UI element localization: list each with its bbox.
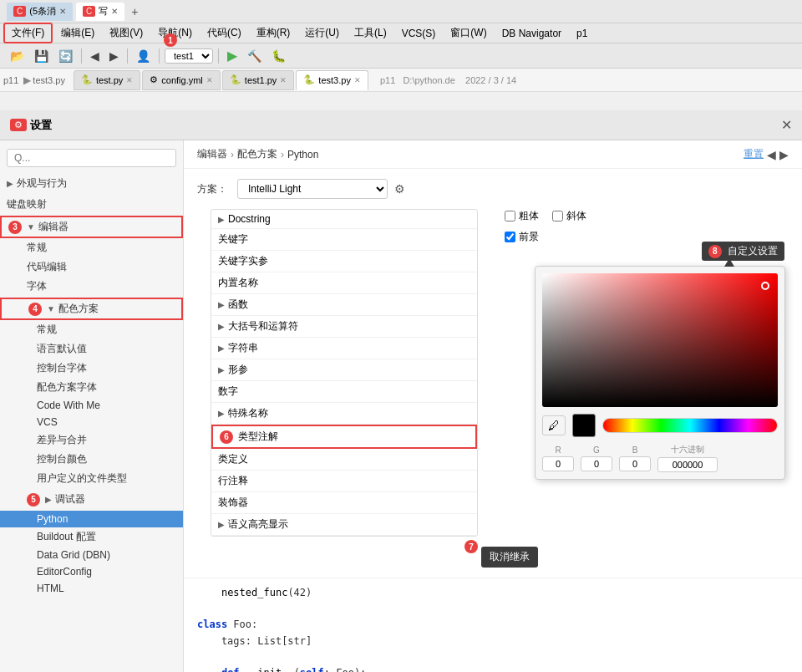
menu-vcs[interactable]: VCS(S) xyxy=(395,26,443,41)
tab-label-test1py: test1.py xyxy=(245,75,277,85)
toolbar-sep-2 xyxy=(127,48,128,64)
menu-edit[interactable]: 编辑(E) xyxy=(54,24,101,42)
tab-close-testpy[interactable]: ✕ xyxy=(126,76,133,84)
tab-icon-configyml: ⚙ xyxy=(150,74,158,85)
menu-bar: 1 文件(F) 编辑(E) 视图(V) 导航(N) 代码(C) 重构(R) 运行… xyxy=(0,23,802,43)
branch-selector[interactable]: test1 xyxy=(165,48,213,64)
toolbar-sep-3 xyxy=(159,48,160,64)
tab-icon-test3py: 🐍 xyxy=(303,74,315,85)
tab-close-1[interactable]: ✕ xyxy=(59,7,66,16)
tab-label-configyml: config.yml xyxy=(161,75,203,85)
file-tabs-bar: p11 ▶ test3.py 🐍 test.py ✕ ⚙ config.yml … xyxy=(0,69,802,92)
project-subpath: test3.py xyxy=(33,75,65,85)
tab-label-test3py: test3.py xyxy=(318,75,351,85)
debug-button[interactable]: 🐛 xyxy=(268,48,289,64)
tab-close-test1py[interactable]: ✕ xyxy=(280,76,287,84)
tab-icon-testpy: 🐍 xyxy=(81,74,93,85)
tab-label-2: 写 xyxy=(99,5,108,18)
title-bar: C (5条消 ✕ C 写 ✕ + xyxy=(0,0,802,23)
menu-view[interactable]: 视图(V) xyxy=(103,24,150,42)
toolbar-user[interactable]: 👤 xyxy=(133,48,154,64)
toolbar-sep-4 xyxy=(218,48,219,64)
tab-close-configyml[interactable]: ✕ xyxy=(206,76,213,84)
tab-label-testpy: test.py xyxy=(96,75,123,85)
file-tab-test1py[interactable]: 🐍 test1.py ✕ xyxy=(222,70,295,90)
file-tab-test3py[interactable]: 🐍 test3.py ✕ xyxy=(296,70,368,90)
project-path: p11 xyxy=(3,75,18,85)
toolbar-back[interactable]: ◀ xyxy=(87,48,103,64)
toolbar-sep-1 xyxy=(81,48,82,64)
menu-tools[interactable]: 工具(L) xyxy=(348,24,393,42)
file-tab-configyml[interactable]: ⚙ config.yml ✕ xyxy=(142,70,221,90)
file-tab-testpy[interactable]: 🐍 test.py ✕ xyxy=(74,70,140,90)
tab-icon-test1py: 🐍 xyxy=(230,74,241,85)
toolbar-save[interactable]: 💾 xyxy=(31,48,52,64)
tab-icon-2: C xyxy=(83,6,95,17)
new-tab-button[interactable]: + xyxy=(128,5,141,18)
menu-dbnavigator[interactable]: DB Navigator xyxy=(495,26,568,41)
menu-badge: 1 xyxy=(164,33,177,47)
toolbar-open[interactable]: 📂 xyxy=(7,48,28,64)
menu-run[interactable]: 运行(U) xyxy=(298,24,346,42)
build-button[interactable]: 🔨 xyxy=(244,48,265,64)
menu-file[interactable]: 文件(F) xyxy=(3,23,53,43)
tab-icon-1: C xyxy=(13,6,26,17)
menu-code[interactable]: 代码(C) xyxy=(200,24,248,42)
tab-close-2[interactable]: ✕ xyxy=(111,7,118,16)
toolbar: 📂 💾 🔄 ◀ ▶ 👤 test1 ▶ 🔨 🐛 xyxy=(0,43,802,69)
date-display: p11 D:\python.de 2022 / 3 / 14 xyxy=(380,75,516,85)
tab-close-test3py[interactable]: ✕ xyxy=(354,76,361,84)
editor-tabs: 🐍 test.py ✕ ⚙ config.yml ✕ 🐍 test1.py ✕ … xyxy=(74,70,368,90)
toolbar-forward[interactable]: ▶ xyxy=(106,48,122,64)
path-sep: ▶ xyxy=(23,74,31,86)
browser-tab-1[interactable]: C (5条消 ✕ xyxy=(7,3,73,21)
menu-refactor[interactable]: 重构(R) xyxy=(250,24,297,42)
run-button[interactable]: ▶ xyxy=(224,46,241,65)
menu-p1[interactable]: p1 xyxy=(570,26,594,41)
menu-window[interactable]: 窗口(W) xyxy=(444,24,493,42)
toolbar-refresh[interactable]: 🔄 xyxy=(55,48,76,64)
tab-label-1: (5条消 xyxy=(29,5,56,18)
browser-tab-2[interactable]: C 写 ✕ xyxy=(76,3,124,21)
